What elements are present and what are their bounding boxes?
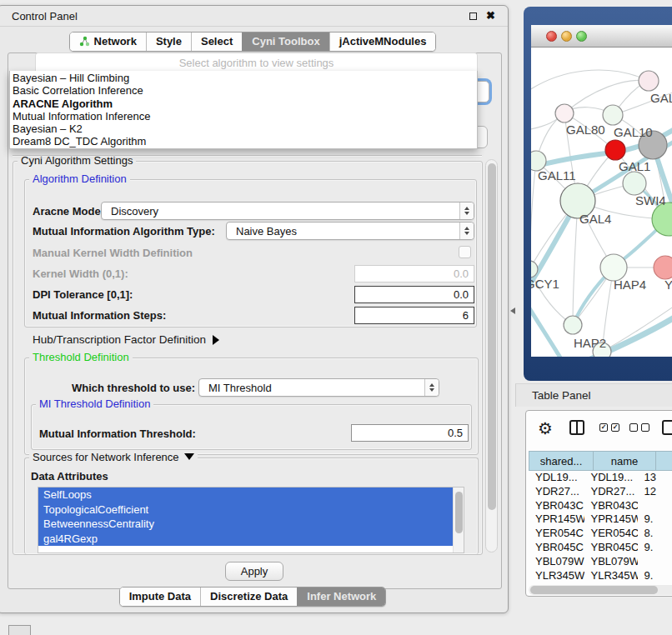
network-edge-highlighted[interactable] (531, 293, 563, 357)
tab-jactivemnodules[interactable]: jActiveMNodules (329, 32, 436, 51)
zoom-traffic-light-icon[interactable] (576, 31, 587, 42)
combo-spinner-icon[interactable] (459, 222, 474, 239)
table-cell: YER054C (584, 527, 638, 541)
gear-icon[interactable]: ⚙ (538, 418, 553, 438)
table-cell: 12 (638, 485, 672, 499)
tab-network[interactable]: Network (70, 32, 146, 51)
hub-section-label: Hub/Transcription Factor Definition (33, 333, 206, 346)
network-node-y[interactable] (654, 256, 672, 279)
node-label-hap4: HAP4 (614, 278, 646, 292)
tab-cyni-toolbox[interactable]: Cyni Toolbox (242, 32, 328, 51)
table-cell: 13 (638, 471, 672, 485)
control-panel-titlebar: Control Panel ✖ (0, 6, 508, 27)
node-label-gal4: GAL4 (579, 212, 611, 226)
algorithm-option-bayesian-k2[interactable]: Bayesian – K2 (10, 122, 477, 135)
panel-divider-handle-icon[interactable] (510, 308, 515, 314)
column-header-a[interactable]: A (656, 451, 672, 471)
kernel-width-input[interactable] (354, 265, 474, 282)
control-panel: Control Panel ✖ NetworkStyleSelectCyni T… (0, 5, 509, 613)
table-hscrollbar[interactable] (529, 585, 672, 595)
cyni-algorithm-settings-group: Cyni Algorithm Settings Algorithm Defini… (13, 161, 483, 555)
tab-label: Network (94, 35, 137, 48)
column-layout-icon[interactable] (569, 420, 584, 435)
combo-spinner-icon[interactable] (424, 379, 439, 396)
attribute-item-gal4rgexp[interactable]: gal4RGexp (38, 532, 464, 547)
algorithm-option-mutual-information-inference[interactable]: Mutual Information Inference (10, 110, 477, 122)
table-row[interactable]: YPR145WYPR145W9. (529, 512, 672, 527)
algorithm-option-basic-correlation-inference[interactable]: Basic Correlation Inference (10, 84, 477, 97)
network-edge[interactable] (531, 161, 536, 269)
deselect-all-columns-icon[interactable] (629, 423, 649, 432)
column-header-shared[interactable]: shared... (529, 451, 594, 471)
attribute-item-selfloops[interactable]: SelfLoops (38, 488, 464, 502)
algorithm-option-aracne-algorithm[interactable]: ARACNE Algorithm (10, 98, 477, 110)
node-label-hap2: HAP2 (574, 336, 606, 350)
table-row[interactable]: YER054CYER054C8. (529, 527, 672, 541)
aracne-mode-combo[interactable]: Discovery (101, 202, 474, 220)
network-edge[interactable] (531, 70, 649, 96)
table-row[interactable]: YBL079WYBL079W (529, 555, 672, 569)
table-row[interactable]: YBR045CYBR045C9. (529, 541, 672, 555)
column-header-name[interactable]: name (594, 451, 656, 471)
mi-algorithm-type-combo[interactable]: Naive Bayes (226, 222, 474, 240)
list-scrollbar-thumb[interactable] (455, 492, 463, 533)
bottom-tab-discretize-data[interactable]: Discretize Data (200, 588, 297, 606)
attribute-item-betweennesscentrality[interactable]: BetweennessCentrality (38, 517, 464, 532)
algorithm-select-combo[interactable]: Select algorithm to view settings (35, 52, 478, 72)
table-cell: YDL19... (529, 471, 584, 485)
dpi-tolerance-input[interactable] (354, 286, 474, 303)
mi-steps-input[interactable] (354, 307, 474, 324)
aracne-mode-label: Aracne Mode: (33, 205, 104, 218)
network-node-hap2[interactable] (564, 316, 582, 334)
table-cell: 9. (638, 541, 672, 555)
table-body: YDL19...YDL19...13YDR27...YDR27...12YBR0… (529, 471, 672, 587)
table-hscrollbar-thumb[interactable] (530, 586, 658, 594)
table-cell (638, 499, 672, 513)
table-row[interactable]: YBR043CYBR043C (529, 499, 672, 513)
list-scrollbar[interactable] (453, 488, 464, 552)
kernel-width-label: Kernel Width (0,1): (33, 268, 128, 280)
sources-group-title[interactable]: Sources for Network Inference (29, 451, 198, 463)
select-all-columns-icon[interactable]: ✓✓ (599, 423, 619, 432)
apply-button[interactable]: Apply (225, 562, 283, 581)
which-threshold-combo[interactable]: MI Threshold (198, 378, 439, 397)
network-node-gal80[interactable] (555, 104, 574, 122)
close-icon[interactable]: ✖ (486, 12, 495, 20)
tab-select[interactable]: Select (191, 32, 242, 51)
network-node-gal10[interactable] (603, 105, 623, 125)
mi-steps-label: Mutual Information Steps: (33, 309, 166, 322)
data-attributes-list[interactable]: SelfLoopsTopologicalCoefficientBetweenne… (38, 487, 464, 553)
algorithm-option-bayesian-hill-climbing[interactable]: Bayesian – Hill Climbing (10, 72, 477, 84)
network-node-swi4[interactable] (623, 172, 646, 195)
mi-threshold-input[interactable] (351, 424, 469, 442)
settings-scrollbar[interactable] (485, 159, 498, 552)
tab-style[interactable]: Style (146, 32, 191, 51)
node-label-swi4: SWI4 (635, 193, 666, 208)
corner-widget[interactable] (8, 625, 31, 635)
hub-section-toggle[interactable]: Hub/Transcription Factor Definition (33, 333, 219, 346)
network-canvas[interactable]: GALGAL80GAL10GAL1GAL11SWI4GAL4GCY1HAP4YH… (531, 48, 672, 357)
close-traffic-light-icon[interactable] (546, 31, 557, 42)
network-node-gal1[interactable] (605, 140, 625, 160)
network-window-titlebar[interactable] (531, 25, 672, 48)
table-panel-title: Table Panel (532, 389, 591, 402)
table-row[interactable]: YDR27...YDR27...12 (529, 485, 672, 499)
table-cell: YPR145W (584, 512, 638, 527)
table-cell: YBL079W (584, 555, 638, 569)
partial-toolbar-icon[interactable] (662, 420, 672, 435)
bottom-tab-impute-data[interactable]: Impute Data (120, 588, 200, 606)
network-edge[interactable] (573, 201, 578, 325)
table-panel-window: ⚙ ✓✓ shared...nameA YDL19...YDL19...13YD… (525, 410, 672, 597)
minimize-traffic-light-icon[interactable] (561, 31, 572, 42)
mi-threshold-label: Mutual Information Threshold: (39, 428, 196, 440)
algorithm-option-dream8-dc-tdc-algorithm[interactable]: Dream8 DC_TDC Algorithm (10, 135, 477, 148)
float-window-icon[interactable] (469, 12, 477, 20)
attribute-item-topologicalcoefficient[interactable]: TopologicalCoefficient (38, 502, 464, 518)
network-node-gal[interactable] (639, 71, 659, 91)
table-row[interactable]: YDL19...YDL19...13 (529, 471, 672, 485)
bottom-tab-infer-network[interactable]: Infer Network (297, 588, 385, 606)
table-row[interactable]: YLR345WYLR345W9. (529, 569, 672, 583)
manual-kernel-width-checkbox[interactable] (459, 246, 471, 258)
combo-spinner-icon[interactable] (459, 202, 474, 219)
settings-scrollbar-thumb[interactable] (488, 163, 496, 510)
